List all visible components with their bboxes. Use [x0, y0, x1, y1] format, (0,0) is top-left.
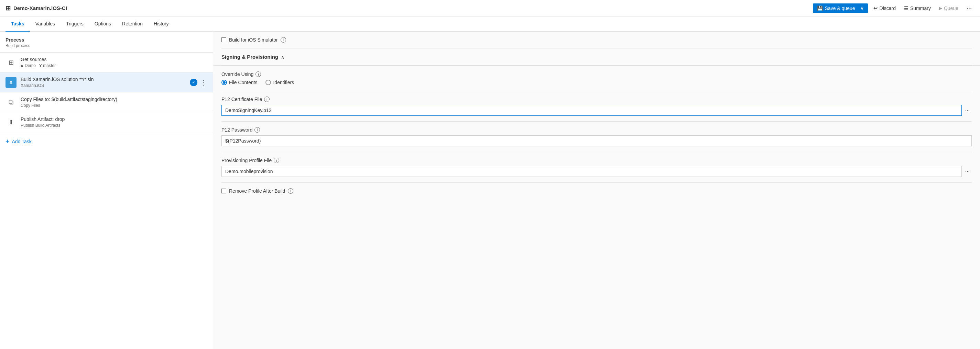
more-button[interactable]: ··· — [964, 3, 975, 13]
queue-button[interactable]: ▶ Queue — [936, 3, 961, 13]
tab-triggers[interactable]: Triggers — [60, 16, 89, 32]
p12-cert-input-row: ··· — [221, 105, 972, 116]
publish-artifact-subtitle: Publish Build Artifacts — [21, 123, 60, 128]
provisioning-profile-input[interactable] — [221, 166, 962, 177]
publish-artifact-name: Publish Artifact: drop — [21, 116, 207, 122]
app-icon: ⊞ — [5, 5, 11, 12]
xamarin-icon: X — [5, 77, 16, 88]
nav-tabs: Tasks Variables Triggers Options Retenti… — [0, 16, 980, 32]
build-xamarin-subtitle: Xamarin.iOS — [21, 83, 44, 88]
tab-retention[interactable]: Retention — [116, 16, 148, 32]
remove-profile-info-icon[interactable]: i — [288, 188, 293, 194]
remove-profile-row: Remove Profile After Build i — [213, 183, 980, 199]
save-queue-chevron[interactable]: ∨ — [858, 5, 864, 11]
repo-name: Demo — [25, 63, 36, 68]
plus-icon: + — [5, 138, 9, 145]
queue-label: Queue — [944, 5, 958, 11]
copy-files-meta: Copy Files — [21, 103, 207, 108]
p12-cert-info-icon[interactable]: i — [264, 97, 270, 102]
get-sources-repo: ◆ Demo — [21, 63, 36, 68]
override-using-label-area: Override Using i — [221, 71, 972, 77]
task-more-button[interactable]: ⋮ — [200, 79, 207, 86]
publish-artifact-meta: Publish Build Artifacts — [21, 123, 207, 128]
radio-file-contents-inner — [223, 81, 226, 84]
override-radio-group: File Contents Identifiers — [221, 80, 972, 85]
discard-button[interactable]: ↩ Discard — [871, 3, 899, 13]
copy-files-info: Copy Files to: $(build.artifactstagingdi… — [21, 97, 207, 108]
task-check-icon: ✓ — [190, 79, 197, 86]
process-subtitle: Build process — [5, 43, 207, 48]
queue-icon: ▶ — [939, 6, 942, 11]
radio-file-contents[interactable]: File Contents — [221, 80, 257, 85]
task-build-xamarin[interactable]: X Build Xamarin.iOS solution **/*.sln Xa… — [0, 73, 213, 92]
xamarin-icon-area: X — [5, 77, 16, 88]
header-actions: 💾 Save & queue ∨ ↩ Discard ☰ Summary ▶ Q… — [813, 3, 975, 13]
discard-icon: ↩ — [873, 5, 878, 11]
build-ios-checkbox[interactable] — [221, 37, 226, 42]
build-ios-info-icon[interactable]: i — [281, 37, 286, 43]
branch-name: master — [43, 63, 56, 68]
chevron-up-icon: ∧ — [281, 54, 284, 60]
left-panel: Process Build process ⊞ Get sources ◆ De… — [0, 32, 213, 349]
p12-password-label: P12 Password — [221, 127, 252, 133]
p12-cert-label-area: P12 Certificate File i — [221, 97, 972, 102]
radio-file-contents-outer — [221, 80, 227, 85]
provisioning-profile-label: Provisioning Profile File — [221, 158, 272, 163]
provisioning-profile-info-icon[interactable]: i — [274, 158, 279, 163]
tab-variables[interactable]: Variables — [30, 16, 60, 32]
summary-icon: ☰ — [904, 5, 908, 11]
save-queue-button[interactable]: 💾 Save & queue ∨ — [813, 3, 868, 13]
get-sources-info: Get sources ◆ Demo Y master — [21, 57, 207, 68]
p12-cert-label: P12 Certificate File — [221, 97, 262, 102]
add-task-label: Add Task — [12, 139, 32, 144]
summary-label: Summary — [910, 5, 931, 11]
override-using-info-icon[interactable]: i — [256, 71, 261, 77]
provisioning-profile-row: Provisioning Profile File i ··· — [213, 152, 980, 182]
build-xamarin-actions: ✓ ⋮ — [190, 79, 207, 86]
remove-profile-label: Remove Profile After Build — [229, 188, 285, 194]
tab-options[interactable]: Options — [89, 16, 116, 32]
main-layout: Process Build process ⊞ Get sources ◆ De… — [0, 32, 980, 349]
upload-icon: ⬆ — [9, 119, 14, 126]
provisioning-profile-more-button[interactable]: ··· — [963, 167, 972, 176]
save-queue-label: Save & queue — [825, 5, 855, 11]
right-panel: Build for iOS Simulator i Signing & Prov… — [213, 32, 980, 349]
radio-identifiers[interactable]: Identifiers — [266, 80, 294, 85]
task-publish-artifact[interactable]: ⬆ Publish Artifact: drop Publish Build A… — [0, 112, 213, 132]
copy-files-subtitle: Copy Files — [21, 103, 40, 108]
signing-section-title: Signing & Provisioning — [221, 54, 278, 60]
diamond-icon: ◆ — [21, 64, 23, 68]
app-title: Demo-Xamarin.iOS-CI — [13, 5, 67, 11]
p12-password-input-row — [221, 135, 972, 146]
process-header: Process Build process — [0, 32, 213, 52]
build-xamarin-meta: Xamarin.iOS — [21, 83, 186, 88]
publish-artifact-info: Publish Artifact: drop Publish Build Art… — [21, 116, 207, 128]
task-get-sources[interactable]: ⊞ Get sources ◆ Demo Y master — [0, 52, 213, 73]
summary-button[interactable]: ☰ Summary — [901, 3, 934, 13]
header: ⊞ Demo-Xamarin.iOS-CI 💾 Save & queue ∨ ↩… — [0, 0, 980, 16]
get-sources-icon-area: ⊞ — [5, 57, 16, 68]
app-title-area: ⊞ Demo-Xamarin.iOS-CI — [5, 5, 67, 12]
p12-password-label-area: P12 Password i — [221, 127, 972, 133]
task-copy-files[interactable]: ⧉ Copy Files to: $(build.artifactstaging… — [0, 92, 213, 112]
tab-tasks[interactable]: Tasks — [5, 16, 30, 32]
radio-identifiers-outer — [266, 80, 271, 85]
p12-password-input[interactable] — [221, 135, 972, 146]
override-using-row: Override Using i File Contents Identifie… — [213, 66, 980, 91]
p12-cert-input[interactable] — [221, 105, 962, 116]
get-sources-branch: Y master — [39, 63, 56, 68]
override-using-label: Override Using — [221, 71, 253, 77]
provisioning-profile-input-row: ··· — [221, 166, 972, 177]
tab-history[interactable]: History — [148, 16, 174, 32]
build-xamarin-name: Build Xamarin.iOS solution **/*.sln — [21, 76, 186, 82]
provisioning-profile-label-area: Provisioning Profile File i — [221, 158, 972, 163]
p12-password-info-icon[interactable]: i — [255, 127, 260, 133]
process-title: Process — [5, 37, 207, 43]
signing-section-header[interactable]: Signing & Provisioning ∧ — [213, 48, 980, 66]
radio-file-contents-label: File Contents — [229, 80, 257, 85]
copy-files-icon-area: ⧉ — [5, 97, 16, 108]
add-task-button[interactable]: + Add Task — [0, 132, 213, 151]
p12-cert-more-button[interactable]: ··· — [963, 106, 972, 115]
copy-icon: ⧉ — [9, 98, 13, 106]
remove-profile-checkbox[interactable] — [221, 189, 226, 194]
